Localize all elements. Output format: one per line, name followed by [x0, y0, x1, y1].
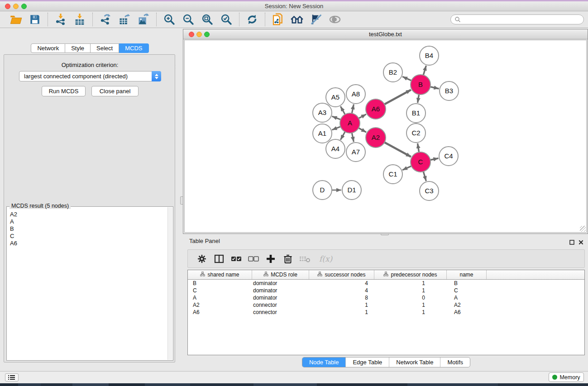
mcds-result-list[interactable]: A2ABCA6 — [7, 208, 167, 360]
show-all-icon[interactable] — [328, 13, 342, 26]
column-header-label: MCDS role — [271, 272, 297, 278]
table-row[interactable]: Cdominator41C — [188, 287, 584, 294]
column-tree-icon — [263, 272, 268, 278]
column-header[interactable]: predecessor nodes — [374, 270, 447, 279]
network-zoom-button[interactable] — [204, 32, 210, 37]
criterion-dropdown[interactable]: largest connected component (directed) — [19, 71, 161, 81]
table-cell[interactable]: 1 — [309, 301, 374, 309]
network-from-selection-icon[interactable] — [271, 13, 285, 26]
table-cell[interactable]: 0 — [374, 294, 447, 301]
graph-node-label: B — [418, 81, 423, 88]
tab-mcds[interactable]: MCDS — [119, 43, 148, 53]
export-image-icon[interactable] — [137, 13, 150, 26]
graph-node-label: B3 — [445, 87, 453, 95]
import-network-icon[interactable] — [54, 13, 67, 26]
table-cell[interactable]: A6 — [447, 309, 487, 316]
zoom-in-icon[interactable] — [163, 13, 176, 26]
task-history-button[interactable] — [5, 373, 19, 381]
table-cell[interactable]: B — [447, 280, 487, 287]
table-cell[interactable]: 4 — [309, 280, 374, 287]
apply-layout-icon[interactable] — [290, 13, 304, 26]
tab-node-table[interactable]: Node Table — [302, 357, 346, 367]
list-item[interactable]: A2 — [10, 211, 167, 218]
close-panel-button[interactable]: Close panel — [91, 86, 139, 96]
tab-edge-table[interactable]: Edge Table — [346, 357, 389, 367]
function-builder-icon[interactable]: f(x) — [316, 253, 336, 265]
split-columns-icon[interactable] — [213, 253, 225, 265]
criterion-dropdown-value: largest connected component (directed) — [19, 73, 152, 80]
column-header[interactable]: MCDS role — [252, 270, 309, 279]
float-table-panel-icon[interactable] — [569, 238, 574, 243]
export-table-icon[interactable] — [118, 13, 131, 26]
table-cell[interactable]: dominator — [252, 287, 309, 294]
table-cell[interactable]: connector — [252, 301, 309, 309]
list-item[interactable]: A6 — [10, 240, 167, 247]
list-item[interactable]: A — [10, 218, 167, 225]
table-cell[interactable]: 1 — [374, 301, 447, 309]
list-item[interactable]: B — [10, 225, 167, 233]
table-cell[interactable]: 1 — [374, 287, 447, 294]
table-cell[interactable]: A — [447, 294, 487, 301]
table-cell[interactable]: 4 — [309, 287, 374, 294]
table-row[interactable]: A6connector11A6 — [188, 309, 584, 316]
open-session-icon[interactable] — [9, 13, 23, 26]
column-header[interactable]: successor nodes — [309, 270, 374, 279]
tab-network[interactable]: Network — [31, 43, 65, 53]
tab-style[interactable]: Style — [65, 43, 91, 53]
add-column-icon[interactable] — [265, 253, 277, 265]
table-cell[interactable]: A6 — [188, 309, 252, 316]
save-session-icon[interactable] — [28, 13, 42, 26]
minimize-window-button[interactable] — [13, 4, 19, 9]
list-item[interactable]: C — [10, 233, 167, 240]
import-table-icon[interactable] — [73, 13, 86, 26]
network-canvas[interactable]: B4B2BB3A8A5A6A3B1AC2A1A2A4A7C4CC1DD1C3 — [184, 40, 587, 233]
table-row[interactable]: A2connector11A2 — [188, 301, 584, 309]
zoom-selected-icon[interactable] — [220, 13, 233, 26]
window-resize-grip[interactable] — [580, 226, 586, 232]
column-header[interactable]: shared name — [188, 270, 252, 279]
graph-node-label: B4 — [425, 52, 433, 59]
table-row[interactable]: Adominator80A — [188, 294, 584, 301]
tab-select[interactable]: Select — [91, 43, 119, 53]
network-graph: B4B2BB3A8A5A6A3B1AC2A1A2A4A7C4CC1DD1C3 — [185, 40, 587, 234]
table-cell[interactable]: C — [188, 287, 252, 294]
memory-status-icon — [552, 375, 557, 380]
export-network-icon[interactable] — [99, 13, 112, 26]
zoom-fit-icon[interactable] — [201, 13, 214, 26]
table-cell[interactable]: C — [447, 287, 487, 294]
column-header[interactable]: name — [447, 270, 487, 279]
table-row[interactable]: Bdominator41B — [188, 280, 584, 287]
close-window-button[interactable] — [5, 4, 10, 9]
tab-network-table[interactable]: Network Table — [389, 357, 440, 367]
table-cell[interactable]: B — [188, 280, 252, 287]
delete-columns-icon[interactable] — [282, 253, 294, 265]
result-scrollbar[interactable] — [167, 207, 172, 360]
graph-node-label: A5 — [331, 93, 339, 101]
search-input[interactable] — [450, 14, 584, 24]
refresh-icon[interactable] — [245, 13, 259, 26]
select-all-icon[interactable] — [230, 253, 242, 265]
table-cell[interactable]: 1 — [374, 280, 447, 287]
table-cell[interactable]: dominator — [252, 280, 309, 287]
deselect-all-icon[interactable] — [248, 253, 259, 265]
zoom-out-icon[interactable] — [182, 13, 195, 26]
table-cell[interactable]: A — [188, 294, 252, 301]
table-cell[interactable]: 1 — [309, 309, 374, 316]
network-minimize-button[interactable] — [196, 32, 202, 37]
tab-motifs[interactable]: Motifs — [440, 357, 470, 367]
table-cell[interactable]: 8 — [309, 294, 374, 301]
run-mcds-button[interactable]: Run MCDS — [42, 86, 86, 96]
table-cell[interactable]: 1 — [374, 309, 447, 316]
network-close-button[interactable] — [189, 32, 194, 37]
hide-selected-icon[interactable] — [309, 13, 323, 26]
table-cell[interactable]: A2 — [188, 301, 252, 309]
graph-node-label: C1 — [388, 170, 397, 178]
memory-button[interactable]: Memory — [549, 372, 584, 382]
settings-icon[interactable] — [196, 253, 208, 265]
zoom-window-button[interactable] — [21, 4, 27, 9]
table-cell[interactable]: connector — [252, 309, 309, 316]
table-cell[interactable]: A2 — [447, 301, 487, 309]
destroy-table-icon[interactable] — [299, 253, 311, 265]
close-table-panel-icon[interactable] — [578, 238, 583, 243]
table-cell[interactable]: dominator — [252, 294, 309, 301]
